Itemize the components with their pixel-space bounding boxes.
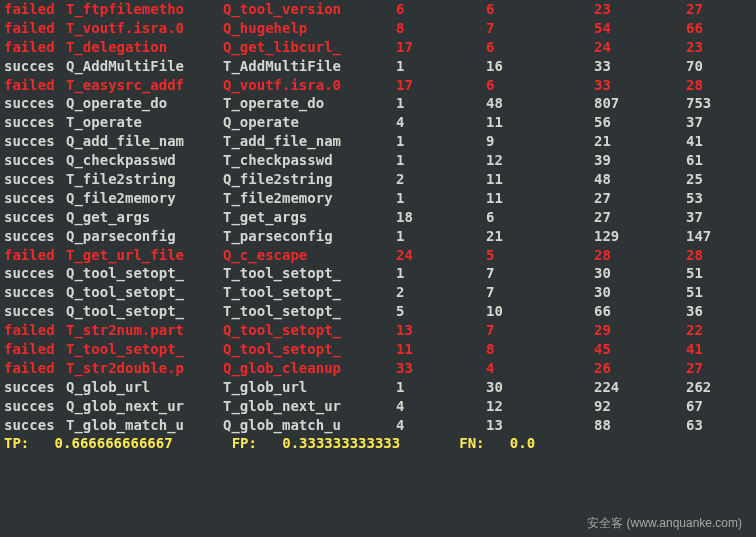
- status-cell: failed: [4, 340, 66, 359]
- value1-cell: 2: [396, 283, 486, 302]
- value3-cell: 24: [594, 38, 686, 57]
- name1-cell: Q_parseconfig: [66, 227, 223, 246]
- value2-cell: 48: [486, 94, 594, 113]
- status-cell: succes: [4, 170, 66, 189]
- watermark-brand: 安全客: [587, 516, 623, 530]
- value2-cell: 4: [486, 359, 594, 378]
- name1-cell: T_tool_setopt_: [66, 340, 223, 359]
- value2-cell: 11: [486, 113, 594, 132]
- value4-cell: 262: [686, 378, 752, 397]
- name2-cell: Q_operate: [223, 113, 396, 132]
- value4-cell: 147: [686, 227, 752, 246]
- value3-cell: 88: [594, 416, 686, 435]
- value2-cell: 7: [486, 283, 594, 302]
- value1-cell: 1: [396, 264, 486, 283]
- result-row: failedT_easysrc_addfQ_voutf.isra.0176332…: [4, 76, 752, 95]
- result-row: failedT_delegationQ_get_libcurl_1762423: [4, 38, 752, 57]
- tp-spacer: [29, 434, 54, 453]
- value4-cell: 28: [686, 246, 752, 265]
- name2-cell: T_get_args: [223, 208, 396, 227]
- name1-cell: T_str2double.p: [66, 359, 223, 378]
- value3-cell: 23: [594, 0, 686, 19]
- value3-cell: 129: [594, 227, 686, 246]
- fn-value: 0.0: [510, 434, 535, 453]
- value3-cell: 29: [594, 321, 686, 340]
- result-row: failedT_ftpfilemethoQ_tool_version662327: [4, 0, 752, 19]
- result-row: failedT_get_url_fileQ_c_escape2452828: [4, 246, 752, 265]
- name2-cell: T_tool_setopt_: [223, 302, 396, 321]
- name2-cell: T_checkpasswd: [223, 151, 396, 170]
- name1-cell: Q_checkpasswd: [66, 151, 223, 170]
- value3-cell: 33: [594, 76, 686, 95]
- name2-cell: T_tool_setopt_: [223, 283, 396, 302]
- value1-cell: 24: [396, 246, 486, 265]
- name2-cell: Q_hugehelp: [223, 19, 396, 38]
- value2-cell: 6: [486, 0, 594, 19]
- result-row: succesQ_file2memoryT_file2memory1112753: [4, 189, 752, 208]
- value1-cell: 33: [396, 359, 486, 378]
- result-row: failedT_tool_setopt_Q_tool_setopt_118454…: [4, 340, 752, 359]
- value2-cell: 21: [486, 227, 594, 246]
- result-row: succesQ_operate_doT_operate_do148807753: [4, 94, 752, 113]
- value2-cell: 11: [486, 189, 594, 208]
- name2-cell: T_tool_setopt_: [223, 264, 396, 283]
- value1-cell: 17: [396, 38, 486, 57]
- fp-value: 0.333333333333: [282, 434, 400, 453]
- value1-cell: 4: [396, 416, 486, 435]
- result-rows: failedT_ftpfilemethoQ_tool_version662327…: [4, 0, 752, 434]
- status-cell: succes: [4, 227, 66, 246]
- value3-cell: 39: [594, 151, 686, 170]
- value1-cell: 4: [396, 397, 486, 416]
- value4-cell: 23: [686, 38, 752, 57]
- name2-cell: T_AddMultiFile: [223, 57, 396, 76]
- result-row: succesT_glob_match_uQ_glob_match_u413886…: [4, 416, 752, 435]
- status-cell: succes: [4, 416, 66, 435]
- value2-cell: 6: [486, 38, 594, 57]
- value3-cell: 807: [594, 94, 686, 113]
- fn-spacer1: [400, 434, 459, 453]
- name2-cell: Q_voutf.isra.0: [223, 76, 396, 95]
- name1-cell: T_voutf.isra.0: [66, 19, 223, 38]
- name2-cell: Q_tool_setopt_: [223, 321, 396, 340]
- value4-cell: 27: [686, 0, 752, 19]
- value3-cell: 33: [594, 57, 686, 76]
- result-row: succesQ_glob_urlT_glob_url130224262: [4, 378, 752, 397]
- result-row: succesQ_parseconfigT_parseconfig12112914…: [4, 227, 752, 246]
- name2-cell: Q_tool_setopt_: [223, 340, 396, 359]
- value4-cell: 37: [686, 208, 752, 227]
- name2-cell: Q_tool_version: [223, 0, 396, 19]
- value2-cell: 16: [486, 57, 594, 76]
- value3-cell: 27: [594, 208, 686, 227]
- status-cell: failed: [4, 321, 66, 340]
- result-row: succesQ_get_argsT_get_args1862737: [4, 208, 752, 227]
- fn-spacer2: [485, 434, 510, 453]
- result-row: succesT_operateQ_operate4115637: [4, 113, 752, 132]
- name2-cell: Q_get_libcurl_: [223, 38, 396, 57]
- value4-cell: 25: [686, 170, 752, 189]
- result-row: succesQ_checkpasswdT_checkpasswd1123961: [4, 151, 752, 170]
- watermark: 安全客 (www.anquanke.com): [587, 515, 742, 531]
- result-row: succesQ_tool_setopt_T_tool_setopt_510663…: [4, 302, 752, 321]
- value1-cell: 4: [396, 113, 486, 132]
- name2-cell: Q_glob_cleanup: [223, 359, 396, 378]
- value1-cell: 8: [396, 19, 486, 38]
- value3-cell: 26: [594, 359, 686, 378]
- status-cell: succes: [4, 151, 66, 170]
- value4-cell: 37: [686, 113, 752, 132]
- value4-cell: 28: [686, 76, 752, 95]
- fp-spacer2: [257, 434, 282, 453]
- name2-cell: Q_c_escape: [223, 246, 396, 265]
- value1-cell: 13: [396, 321, 486, 340]
- status-cell: failed: [4, 38, 66, 57]
- name1-cell: T_file2string: [66, 170, 223, 189]
- name1-cell: Q_operate_do: [66, 94, 223, 113]
- value3-cell: 56: [594, 113, 686, 132]
- value2-cell: 6: [486, 208, 594, 227]
- value4-cell: 41: [686, 132, 752, 151]
- value3-cell: 92: [594, 397, 686, 416]
- status-cell: failed: [4, 246, 66, 265]
- value3-cell: 224: [594, 378, 686, 397]
- watermark-url: www.anquanke.com: [631, 516, 738, 530]
- value3-cell: 30: [594, 283, 686, 302]
- result-row: succesQ_add_file_namT_add_file_nam192141: [4, 132, 752, 151]
